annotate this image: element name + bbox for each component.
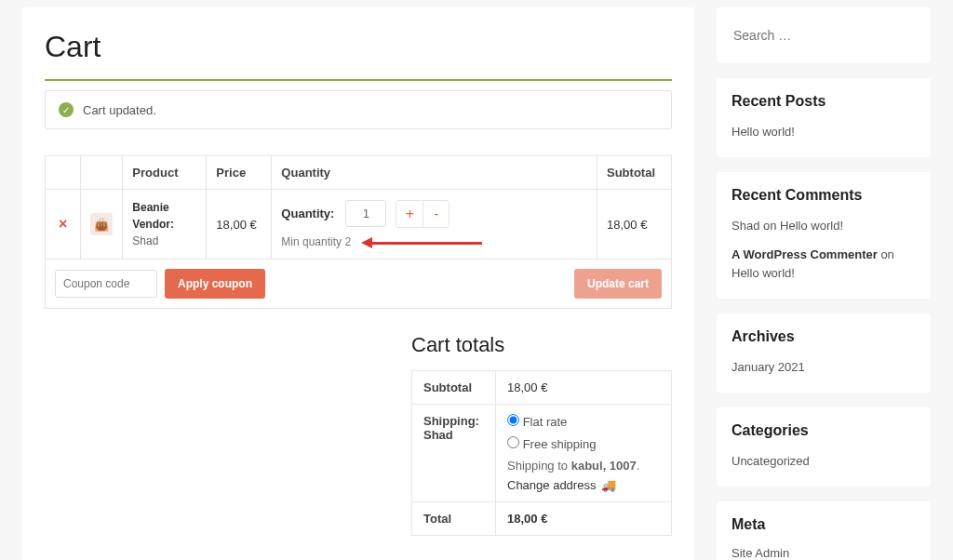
product-cell: Beanie Vendor: Shad [123,190,207,260]
archives-card: Archives January 2021 [717,313,931,393]
actions-row: Apply coupon Update cart [46,260,672,309]
totals-heading: Cart totals [411,333,672,357]
search-input[interactable] [732,22,916,48]
col-thumb [81,156,123,190]
product-thumbnail[interactable]: 👜 [90,213,113,235]
recent-posts-card: Recent Posts Hello world! [717,78,931,157]
col-subtotal: Subtotal [597,156,672,190]
total-value: 18,00 € [507,512,547,526]
recent-posts-title: Recent Posts [732,93,916,110]
page-title: Cart [45,30,672,64]
notice: ✓ Cart updated. [45,90,672,129]
shipping-flat-rate-option[interactable]: Flat rate [507,414,660,429]
meta-title: Meta [732,516,916,533]
meta-link-site-admin[interactable]: Site Admin [732,546,789,560]
arrow-annotation [361,235,482,248]
category-link[interactable]: Uncategorized [732,454,810,468]
archives-title: Archives [732,328,916,345]
quantity-label: Quantity: [281,207,334,220]
coupon-input[interactable] [55,270,157,298]
categories-title: Categories [732,422,916,439]
vendor-label: Vendor: [132,218,174,231]
change-address-link[interactable]: Change address 🚚 [507,478,616,492]
truck-icon: 🚚 [601,478,616,492]
shipping-free-option[interactable]: Free shipping [507,436,660,451]
sidebar: Recent Posts Hello world! Recent Comment… [717,0,931,560]
apply-coupon-button[interactable]: Apply coupon [165,269,265,299]
quantity-cell: Quantity: + - Min quantity 2 [272,190,597,260]
remove-item-button[interactable]: × [55,214,71,234]
vendor-name: Shad [132,234,158,247]
list-item: A WordPress Commenter on Hello world! [732,246,916,285]
subtotal-label: Subtotal [412,371,496,405]
cart-table: Product Price Quantity Subtotal × 👜 Bean… [45,155,672,309]
total-label: Total [412,502,496,536]
meta-card: Meta Site Admin Log out Entries feed [717,501,931,560]
recent-post-link[interactable]: Hello world! [732,125,795,139]
archive-link[interactable]: January 2021 [732,360,805,374]
comment-post-link[interactable]: Hello world! [780,219,843,233]
cart-totals: Cart totals Subtotal 18,00 € Shipping: S… [411,333,672,536]
recent-comments-title: Recent Comments [732,187,916,204]
recent-comments-card: Recent Comments Shad on Hello world! A W… [717,172,931,299]
comment-post-link[interactable]: Hello world! [732,266,795,280]
quantity-stepper: + - [396,200,450,228]
divider [45,79,672,81]
notice-text: Cart updated. [83,103,156,117]
update-cart-button[interactable]: Update cart [574,269,662,299]
check-icon: ✓ [59,102,74,117]
list-item: Shad on Hello world! [732,217,916,236]
product-name[interactable]: Beanie [132,201,168,214]
cart-main: Cart ✓ Cart updated. Product Price Quant… [22,7,694,560]
min-quantity-row: Min quantity 2 [281,235,587,249]
quantity-input[interactable] [345,200,386,227]
table-row: × 👜 Beanie Vendor: Shad 18,00 € Quantity… [46,190,672,260]
col-price: Price [207,156,272,190]
search-card [717,7,931,63]
col-remove [46,156,81,190]
price-cell: 18,00 € [207,190,272,260]
quantity-plus-button[interactable]: + [396,201,423,227]
quantity-minus-button[interactable]: - [423,201,449,227]
shipping-flat-rate-radio[interactable] [507,414,519,426]
categories-card: Categories Uncategorized [717,407,931,487]
subtotal-value: 18,00 € [496,371,672,405]
min-quantity-text: Min quantity 2 [281,235,351,248]
subtotal-cell: 18,00 € [597,190,672,260]
shipping-options: Flat rate Free shipping Shipping to kabu… [496,405,672,502]
shipping-free-radio[interactable] [507,436,519,448]
shipping-destination: Shipping to kabul, 1007. [507,459,660,473]
col-quantity: Quantity [272,156,597,190]
col-product: Product [123,156,207,190]
shipping-label: Shipping: Shad [412,405,496,502]
